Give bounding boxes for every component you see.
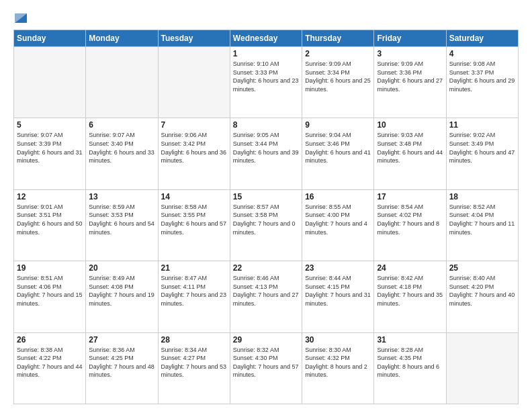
calendar-cell: 24Sunrise: 8:42 AMSunset: 4:18 PMDayligh…: [374, 261, 446, 332]
calendar-cell: 7Sunrise: 9:06 AMSunset: 3:42 PMDaylight…: [158, 118, 230, 189]
day-info: Sunrise: 8:38 AMSunset: 4:22 PMDaylight:…: [17, 346, 83, 379]
calendar-cell: 13Sunrise: 8:59 AMSunset: 3:53 PMDayligh…: [86, 189, 158, 261]
calendar-cell: 8Sunrise: 9:05 AMSunset: 3:44 PMDaylight…: [230, 118, 302, 189]
day-info: Sunrise: 9:03 AMSunset: 3:48 PMDaylight:…: [377, 131, 443, 165]
week-row-1: 5Sunrise: 9:07 AMSunset: 3:39 PMDaylight…: [14, 118, 519, 189]
day-number: 10: [377, 120, 443, 130]
calendar-table: SundayMondayTuesdayWednesdayThursdayFrid…: [13, 30, 519, 404]
day-info: Sunrise: 9:07 AMSunset: 3:39 PMDaylight:…: [17, 131, 83, 165]
logo: [13, 11, 27, 23]
day-info: Sunrise: 8:34 AMSunset: 4:27 PMDaylight:…: [161, 346, 227, 379]
calendar-cell: 9Sunrise: 9:04 AMSunset: 3:46 PMDaylight…: [302, 118, 374, 189]
calendar-cell: 25Sunrise: 8:40 AMSunset: 4:20 PMDayligh…: [446, 261, 518, 332]
day-info: Sunrise: 8:57 AMSunset: 3:58 PMDaylight:…: [233, 203, 299, 236]
day-number: 3: [377, 49, 443, 58]
day-info: Sunrise: 9:10 AMSunset: 3:33 PMDaylight:…: [233, 60, 299, 93]
day-number: 28: [161, 335, 227, 345]
weekday-sunday: Sunday: [14, 30, 86, 47]
day-number: 12: [17, 192, 83, 201]
calendar-cell: 20Sunrise: 8:49 AMSunset: 4:08 PMDayligh…: [86, 261, 158, 332]
header: [13, 11, 519, 23]
calendar-cell: 31Sunrise: 8:28 AMSunset: 4:35 PMDayligh…: [374, 332, 446, 404]
day-info: Sunrise: 9:09 AMSunset: 3:36 PMDaylight:…: [377, 60, 443, 93]
day-number: 23: [305, 263, 371, 273]
week-row-3: 19Sunrise: 8:51 AMSunset: 4:06 PMDayligh…: [14, 261, 519, 332]
logo-text: [13, 11, 27, 23]
calendar-cell: [86, 47, 158, 118]
day-info: Sunrise: 8:49 AMSunset: 4:08 PMDaylight:…: [89, 274, 154, 308]
calendar-cell: [158, 47, 230, 118]
calendar-cell: [14, 47, 86, 118]
day-info: Sunrise: 8:52 AMSunset: 4:04 PMDaylight:…: [449, 203, 515, 236]
day-info: Sunrise: 8:40 AMSunset: 4:20 PMDaylight:…: [449, 274, 515, 308]
calendar-cell: 2Sunrise: 9:09 AMSunset: 3:34 PMDaylight…: [302, 47, 374, 118]
week-row-4: 26Sunrise: 8:38 AMSunset: 4:22 PMDayligh…: [14, 332, 519, 404]
day-info: Sunrise: 8:54 AMSunset: 4:02 PMDaylight:…: [377, 203, 443, 236]
day-number: 4: [449, 49, 515, 58]
day-info: Sunrise: 8:47 AMSunset: 4:11 PMDaylight:…: [161, 274, 227, 308]
day-info: Sunrise: 8:51 AMSunset: 4:06 PMDaylight:…: [17, 274, 83, 308]
day-number: 9: [305, 120, 371, 130]
day-number: 17: [377, 192, 443, 201]
day-number: 19: [17, 263, 83, 273]
page: SundayMondayTuesdayWednesdayThursdayFrid…: [0, 0, 532, 411]
day-number: 6: [89, 120, 154, 130]
day-number: 24: [377, 263, 443, 273]
day-number: 29: [233, 335, 299, 345]
day-number: 2: [305, 49, 371, 58]
day-number: 26: [17, 335, 83, 345]
day-info: Sunrise: 9:02 AMSunset: 3:49 PMDaylight:…: [449, 131, 515, 165]
weekday-saturday: Saturday: [446, 30, 518, 47]
day-number: 13: [89, 192, 154, 201]
day-info: Sunrise: 8:28 AMSunset: 4:35 PMDaylight:…: [377, 346, 443, 379]
calendar-cell: 30Sunrise: 8:30 AMSunset: 4:32 PMDayligh…: [302, 332, 374, 404]
calendar-cell: 6Sunrise: 9:07 AMSunset: 3:40 PMDaylight…: [86, 118, 158, 189]
day-number: 18: [449, 192, 515, 201]
day-info: Sunrise: 9:05 AMSunset: 3:44 PMDaylight:…: [233, 131, 299, 165]
calendar-cell: 14Sunrise: 8:58 AMSunset: 3:55 PMDayligh…: [158, 189, 230, 261]
day-info: Sunrise: 8:42 AMSunset: 4:18 PMDaylight:…: [377, 274, 443, 308]
calendar-cell: 11Sunrise: 9:02 AMSunset: 3:49 PMDayligh…: [446, 118, 518, 189]
day-info: Sunrise: 8:46 AMSunset: 4:13 PMDaylight:…: [233, 274, 299, 308]
day-number: 15: [233, 192, 299, 201]
weekday-thursday: Thursday: [302, 30, 374, 47]
day-number: 11: [449, 120, 515, 130]
weekday-monday: Monday: [86, 30, 158, 47]
day-info: Sunrise: 8:30 AMSunset: 4:32 PMDaylight:…: [305, 346, 371, 379]
calendar-cell: 16Sunrise: 8:55 AMSunset: 4:00 PMDayligh…: [302, 189, 374, 261]
calendar-cell: 17Sunrise: 8:54 AMSunset: 4:02 PMDayligh…: [374, 189, 446, 261]
day-info: Sunrise: 8:36 AMSunset: 4:25 PMDaylight:…: [89, 346, 154, 379]
day-info: Sunrise: 9:04 AMSunset: 3:46 PMDaylight:…: [305, 131, 371, 165]
day-number: 16: [305, 192, 371, 201]
calendar-cell: 12Sunrise: 9:01 AMSunset: 3:51 PMDayligh…: [14, 189, 86, 261]
calendar-cell: 23Sunrise: 8:44 AMSunset: 4:15 PMDayligh…: [302, 261, 374, 332]
weekday-header-row: SundayMondayTuesdayWednesdayThursdayFrid…: [14, 30, 519, 47]
day-number: 7: [161, 120, 227, 130]
day-number: 30: [305, 335, 371, 345]
calendar-cell: 3Sunrise: 9:09 AMSunset: 3:36 PMDaylight…: [374, 47, 446, 118]
day-info: Sunrise: 8:32 AMSunset: 4:30 PMDaylight:…: [233, 346, 299, 379]
calendar-cell: 27Sunrise: 8:36 AMSunset: 4:25 PMDayligh…: [86, 332, 158, 404]
calendar-cell: 22Sunrise: 8:46 AMSunset: 4:13 PMDayligh…: [230, 261, 302, 332]
day-number: 5: [17, 120, 83, 130]
day-info: Sunrise: 8:44 AMSunset: 4:15 PMDaylight:…: [305, 274, 371, 308]
calendar-cell: 29Sunrise: 8:32 AMSunset: 4:30 PMDayligh…: [230, 332, 302, 404]
calendar-cell: 18Sunrise: 8:52 AMSunset: 4:04 PMDayligh…: [446, 189, 518, 261]
weekday-friday: Friday: [374, 30, 446, 47]
weekday-wednesday: Wednesday: [230, 30, 302, 47]
day-info: Sunrise: 9:08 AMSunset: 3:37 PMDaylight:…: [449, 60, 515, 93]
day-number: 14: [161, 192, 227, 201]
day-number: 20: [89, 263, 154, 273]
day-info: Sunrise: 8:59 AMSunset: 3:53 PMDaylight:…: [89, 203, 154, 236]
week-row-0: 1Sunrise: 9:10 AMSunset: 3:33 PMDaylight…: [14, 47, 519, 118]
day-number: 31: [377, 335, 443, 345]
day-number: 1: [233, 49, 299, 58]
weekday-tuesday: Tuesday: [158, 30, 230, 47]
day-info: Sunrise: 8:55 AMSunset: 4:00 PMDaylight:…: [305, 203, 371, 236]
calendar-cell: 26Sunrise: 8:38 AMSunset: 4:22 PMDayligh…: [14, 332, 86, 404]
calendar-cell: 1Sunrise: 9:10 AMSunset: 3:33 PMDaylight…: [230, 47, 302, 118]
calendar-cell: 5Sunrise: 9:07 AMSunset: 3:39 PMDaylight…: [14, 118, 86, 189]
day-info: Sunrise: 9:06 AMSunset: 3:42 PMDaylight:…: [161, 131, 227, 165]
day-info: Sunrise: 8:58 AMSunset: 3:55 PMDaylight:…: [161, 203, 227, 236]
week-row-2: 12Sunrise: 9:01 AMSunset: 3:51 PMDayligh…: [14, 189, 519, 261]
